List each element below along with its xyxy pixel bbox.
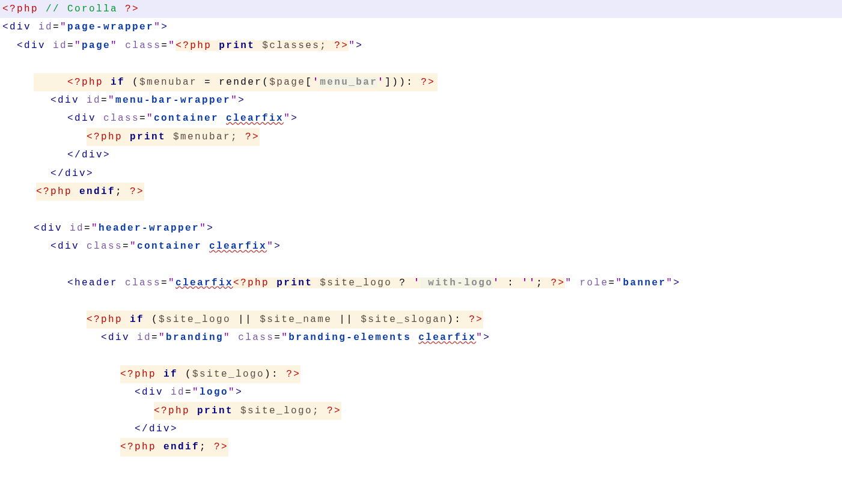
code-line-12: <div class="container clearfix"> [0, 237, 842, 255]
blank-line [0, 292, 842, 310]
code-line-3: <div id="page" class="<?php print $class… [0, 37, 842, 55]
code-line-9: </div> [0, 165, 842, 183]
code-line-16: <?php if ($site_logo): ?> [0, 365, 842, 383]
comment: // Corolla [46, 4, 118, 14]
code-line-14: <?php if ($site_logo || $site_name || $s… [0, 311, 842, 329]
code-line-7: <?php print $menubar; ?> [0, 128, 842, 146]
code-line-5: <div id="menu-bar-wrapper"> [0, 91, 842, 109]
code-line-19: </div> [0, 420, 842, 438]
code-line-17: <div id="logo"> [0, 383, 842, 401]
code-line-1: <?php // Corolla ?> [0, 0, 842, 18]
code-line-18: <?php print $site_logo; ?> [0, 402, 842, 420]
code-line-20: <?php endif; ?> [0, 438, 842, 456]
code-line-4: <?php if ($menubar = render($page['menu_… [34, 73, 438, 91]
code-line-2: <div id="page-wrapper"> [0, 18, 842, 36]
blank-line [0, 255, 842, 273]
code-line-6: <div class="container clearfix"> [0, 109, 842, 127]
php-open: <?php [2, 4, 38, 14]
code-line-10: <?php endif; ?> [0, 183, 842, 201]
blank-line [0, 347, 842, 365]
php-close: ?> [125, 4, 139, 14]
code-editor[interactable]: <?php // Corolla ?> <div id="page-wrappe… [0, 0, 842, 457]
code-line-8: </div> [0, 146, 842, 164]
code-line-11: <div id="header-wrapper"> [0, 219, 842, 237]
blank-line [0, 201, 842, 219]
code-line-13: <header class="clearfix<?php print $site… [0, 274, 842, 292]
code-line-15: <div id="branding" class="branding-eleme… [0, 329, 842, 347]
blank-line [0, 55, 842, 73]
